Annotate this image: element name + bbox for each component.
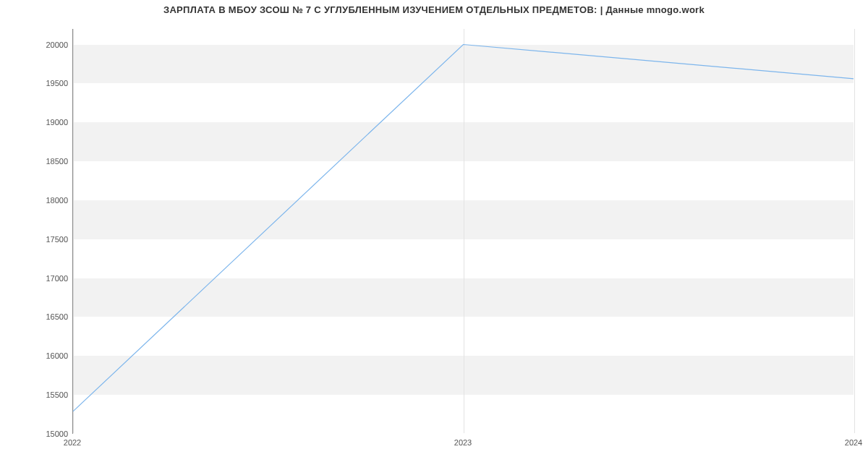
salary-line <box>73 45 854 411</box>
y-tick-label: 19000 <box>25 118 68 127</box>
plot-area <box>72 29 854 434</box>
y-tick-label: 17500 <box>25 235 68 244</box>
y-tick-label: 20000 <box>25 40 68 49</box>
x-tick-label: 2024 <box>845 438 862 447</box>
y-tick-label: 19500 <box>25 79 68 87</box>
grid-vertical <box>854 29 855 433</box>
y-tick-label: 18500 <box>25 157 68 166</box>
y-tick-label: 17000 <box>25 274 68 283</box>
y-tick-label: 16000 <box>25 351 68 360</box>
line-series <box>73 29 854 433</box>
y-tick-label: 15500 <box>25 390 68 399</box>
y-tick-label: 18000 <box>25 196 68 205</box>
y-tick-label: 15000 <box>25 430 68 438</box>
salary-line-chart: ЗАРПЛАТА В МБОУ ЗСОШ № 7 С УГЛУБЛЕННЫМ И… <box>0 0 868 470</box>
x-tick-label: 2022 <box>64 438 81 447</box>
x-tick-label: 2023 <box>454 438 472 447</box>
y-tick-label: 16500 <box>25 312 68 321</box>
chart-title: ЗАРПЛАТА В МБОУ ЗСОШ № 7 С УГЛУБЛЕННЫМ И… <box>0 4 868 15</box>
